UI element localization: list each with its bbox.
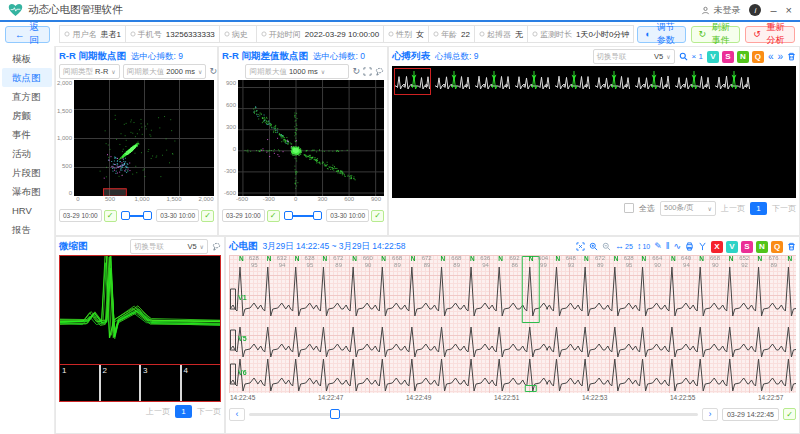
zoom-out-icon[interactable] (602, 242, 611, 251)
class-s-button[interactable]: S (722, 51, 734, 63)
class-n-button[interactable]: N (737, 51, 749, 63)
date-range-slider[interactable] (121, 211, 153, 221)
beat-thumbnail-canvas[interactable] (395, 69, 430, 94)
beat-thumbnail[interactable] (554, 68, 591, 95)
print-icon[interactable] (685, 242, 694, 251)
rr-diff-plot[interactable] (238, 80, 384, 196)
h-scale-control[interactable]: ↔25 (615, 242, 633, 251)
beat-thumbnail-canvas[interactable] (515, 69, 550, 94)
confirm-time-button[interactable]: ✓ (783, 408, 796, 420)
close-button[interactable]: × (786, 4, 792, 16)
lead-select[interactable]: 切换导联V5∨ (130, 239, 208, 254)
beat-thumbnail-canvas[interactable] (595, 69, 630, 94)
rr-scatter-plot[interactable] (74, 80, 214, 196)
annotate-icon[interactable]: ✎ (654, 242, 662, 251)
thumbnail-cell[interactable]: 4 (182, 365, 221, 401)
thumbnail-cell[interactable]: 2 (101, 365, 140, 401)
class-n-button[interactable]: N (756, 241, 768, 253)
beat-thumbnail[interactable] (714, 68, 751, 95)
interval-max-select[interactable]: 间期最大值2000 ms∨ (123, 64, 207, 79)
trash-icon[interactable] (787, 242, 796, 251)
caliper-icon[interactable]: ‖ (666, 242, 670, 251)
slider-handle[interactable] (330, 409, 340, 419)
interval-type-select[interactable]: 间期类型R-R∨ (59, 64, 120, 79)
template-overlay-box[interactable]: 1234 (59, 255, 221, 402)
ecg-trace-canvas[interactable] (229, 255, 796, 393)
date-to-input[interactable]: 03-30 10:00 (156, 209, 199, 222)
select-all-checkbox[interactable] (624, 203, 634, 213)
thumbnail-cell[interactable]: 1 (60, 365, 99, 401)
confirm-date-from-button[interactable]: ✓ (267, 210, 280, 222)
class-s-button[interactable]: S (741, 241, 753, 253)
beat-thumbnail[interactable] (474, 68, 511, 95)
sidebar-item-9[interactable]: 报告 (2, 220, 52, 239)
scroll-right-button[interactable]: › (702, 408, 718, 421)
beat-thumbnail[interactable] (634, 68, 671, 95)
class-v-button[interactable]: V (707, 51, 719, 63)
next-page-button[interactable]: 下一页 (197, 406, 221, 417)
beat-thumbnail[interactable] (594, 68, 631, 95)
slider-handle-left[interactable] (121, 211, 130, 220)
page-left-icon[interactable]: « (768, 52, 774, 62)
sidebar-item-5[interactable]: 活动 (2, 144, 52, 163)
sidebar-item-8[interactable]: HRV (2, 201, 52, 220)
date-to-input[interactable]: 03-30 10:00 (326, 209, 369, 222)
slider-handle-left[interactable] (284, 211, 293, 220)
beat-thumbnail-canvas[interactable] (635, 69, 670, 94)
scroll-left-button[interactable]: ‹ (229, 408, 245, 421)
zoom-level-label[interactable]: × 1 (692, 52, 703, 61)
per-page-select[interactable]: 500条/页∨ (660, 201, 716, 216)
waveform-icon[interactable]: ∿ (673, 242, 681, 251)
box-select-icon[interactable] (363, 67, 372, 76)
beat-thumbnail-canvas[interactable] (675, 69, 710, 94)
refresh-events-button[interactable]: ↻刷新事件 (691, 26, 741, 43)
adjust-params-button[interactable]: ◐调节参数 (637, 26, 685, 43)
ecg-position-slider[interactable] (249, 409, 698, 419)
page-1-button[interactable]: 1 (750, 202, 767, 215)
interval-max-select[interactable]: 间期最大值1000 ms∨ (245, 64, 349, 79)
prev-page-button[interactable]: 上一页 (721, 203, 745, 214)
time-input[interactable]: 03-29 14:22:45 (722, 408, 779, 421)
thumbnail-cell[interactable]: 3 (141, 365, 180, 401)
zoom-in-icon[interactable] (589, 242, 598, 251)
login-status[interactable]: 未登录 (701, 4, 740, 17)
beat-list-canvas[interactable] (392, 66, 796, 198)
date-from-input[interactable]: 03-29 10:00 (222, 209, 265, 222)
search-icon[interactable] (679, 52, 688, 61)
lasso-select-icon[interactable] (375, 67, 384, 76)
beat-thumbnail[interactable] (394, 68, 431, 95)
template-overlay-canvas[interactable] (60, 256, 220, 364)
lead-select[interactable]: 切换导联V5∨ (593, 49, 675, 64)
beat-thumbnail-canvas[interactable] (435, 69, 470, 94)
refresh-icon[interactable]: ↻ (352, 67, 360, 76)
page-1-button[interactable]: 1 (175, 405, 192, 418)
class-q-button[interactable]: Q (771, 241, 783, 253)
confirm-date-to-button[interactable]: ✓ (201, 210, 214, 222)
class-x-button[interactable]: X (711, 241, 723, 253)
page-right-icon[interactable]: » (777, 52, 783, 62)
sidebar-item-2[interactable]: 直方图 (2, 87, 52, 106)
date-from-input[interactable]: 03-29 10:00 (59, 209, 102, 222)
sidebar-item-1[interactable]: 散点图 (2, 68, 52, 87)
confirm-date-to-button[interactable]: ✓ (371, 210, 384, 222)
slider-handle-right[interactable] (313, 211, 322, 220)
refresh-icon[interactable]: ↻ (209, 67, 217, 76)
date-range-slider[interactable] (284, 211, 323, 221)
class-q-button[interactable]: Q (752, 51, 764, 63)
confirm-date-from-button[interactable]: ✓ (104, 210, 117, 222)
beat-thumbnail[interactable] (434, 68, 471, 95)
slider-handle-right[interactable] (143, 211, 152, 220)
beat-thumbnail-canvas[interactable] (475, 69, 510, 94)
beat-thumbnail[interactable] (514, 68, 551, 95)
minimize-button[interactable]: – (770, 4, 776, 16)
info-icon[interactable]: i (749, 4, 761, 16)
next-page-button[interactable]: 下一页 (772, 203, 796, 214)
trash-icon[interactable] (787, 52, 796, 61)
back-button[interactable]: ←返回 (5, 26, 50, 43)
ecg-grid[interactable]: N62895N63294N62895N67289N66090N66889N672… (229, 255, 796, 393)
class-v-button[interactable]: V (726, 241, 738, 253)
prev-page-button[interactable]: 上一页 (146, 406, 170, 417)
fullscreen-icon[interactable] (576, 242, 585, 251)
split-beat-icon[interactable] (698, 242, 707, 251)
beat-thumbnail[interactable] (674, 68, 711, 95)
